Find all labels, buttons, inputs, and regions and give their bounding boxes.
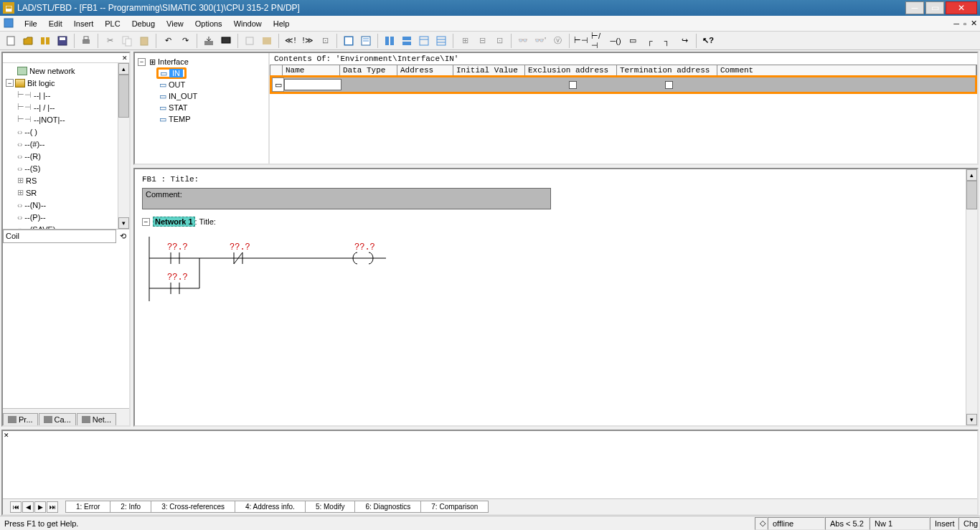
glasses2-icon[interactable]: 👓'	[532, 33, 548, 49]
tab-next-icon[interactable]: ▶	[34, 501, 46, 513]
table-row[interactable]: ▭	[272, 77, 975, 92]
t1-icon[interactable]: ⊞	[457, 33, 473, 49]
save-icon[interactable]	[55, 33, 70, 49]
help-context-icon[interactable]: ↖?	[700, 33, 716, 49]
tab-info[interactable]: 2: Info	[110, 501, 151, 513]
network-header[interactable]: − Network 1 : Title:	[142, 217, 970, 227]
editor-scrollbar-y[interactable]: ▴ ▾	[966, 169, 977, 425]
tree-item[interactable]: ⊢⊣--| / |--	[4, 101, 116, 113]
print-icon[interactable]	[78, 33, 94, 49]
cell-name-input[interactable]	[284, 79, 341, 90]
minimize-button[interactable]: ─	[905, 1, 924, 14]
tab-error[interactable]: 1: Error	[65, 501, 110, 513]
tab-program[interactable]: Pr...	[3, 413, 38, 425]
tree-scrollbar[interactable]: ▴ ▾	[118, 63, 129, 229]
tree-item[interactable]: ‹›--(P)--	[4, 211, 116, 223]
menu-view[interactable]: View	[161, 18, 189, 29]
view2-icon[interactable]	[399, 33, 415, 49]
network-label[interactable]: Network 1	[153, 217, 195, 227]
ladder-diagram[interactable]: ??.? ??.? ??.? ??.?	[142, 237, 429, 308]
filter-reset-icon[interactable]: ⟲	[116, 229, 129, 243]
tree-item[interactable]: ⊢⊣--|NOT|--	[4, 113, 116, 126]
tab-modify[interactable]: 5: Modify	[305, 501, 356, 513]
reference-icon[interactable]	[242, 33, 258, 49]
menu-edit[interactable]: Edit	[43, 18, 68, 29]
tree-item[interactable]: ‹›--( )	[4, 126, 116, 138]
tab-comp[interactable]: 7: Comparison	[420, 501, 489, 513]
paste-icon[interactable]	[136, 33, 152, 49]
branch-open-icon[interactable]: ┌	[642, 33, 658, 49]
tree-item[interactable]: ‹›--(N)--	[4, 199, 116, 211]
scroll-up-icon[interactable]: ▴	[118, 63, 129, 75]
scroll-down-icon[interactable]: ▾	[966, 414, 977, 425]
block-icon[interactable]	[259, 33, 275, 49]
if-in[interactable]: ▭IN	[156, 67, 187, 79]
interface-tree[interactable]: −⊞ Interface ▭IN ▭OUT ▭IN_OUT ▭STAT ▭TEM…	[135, 53, 270, 164]
t2-icon[interactable]: ⊟	[474, 33, 490, 49]
tree-item[interactable]: ‹›--(S)	[4, 162, 116, 174]
filter-input[interactable]	[3, 229, 116, 243]
tree-item[interactable]: ⊞SR	[4, 186, 116, 199]
menu-window[interactable]: Window	[228, 18, 268, 29]
mdi-minimize-icon[interactable]: ─	[953, 19, 959, 28]
exclusion-checkbox[interactable]	[569, 81, 577, 89]
overview-icon[interactable]	[341, 33, 357, 49]
scroll-up-icon[interactable]: ▴	[966, 169, 977, 181]
redo-icon[interactable]: ↷	[177, 33, 193, 49]
if-stat[interactable]: ▭STAT	[159, 102, 265, 113]
mdi-close-icon[interactable]: ✕	[971, 19, 977, 28]
goto-prev-icon[interactable]: ≪!	[283, 33, 298, 49]
tab-prev-icon[interactable]: ◀	[22, 501, 34, 513]
tab-addr[interactable]: 4: Address info.	[235, 501, 306, 513]
conn-icon[interactable]: ↪	[677, 33, 692, 49]
mdi-restore-icon[interactable]: ▫	[963, 19, 966, 28]
copy-icon[interactable]	[119, 33, 135, 49]
maximize-button[interactable]: ▭	[925, 1, 944, 14]
if-temp[interactable]: ▭TEMP	[159, 113, 265, 125]
menu-file[interactable]: File	[19, 18, 43, 29]
tab-last-icon[interactable]: ⏭	[47, 501, 58, 513]
detail-icon[interactable]	[358, 33, 374, 49]
templates-icon[interactable]	[37, 33, 53, 49]
open-icon[interactable]	[20, 33, 36, 49]
var-icon[interactable]: ⓥ	[550, 33, 565, 49]
menu-help[interactable]: Help	[268, 18, 296, 29]
goto-next-icon[interactable]: !≫	[300, 33, 316, 49]
instruction-tree[interactable]: New network − Bit logic ⊢⊣--| |-- ⊢⊣--| …	[3, 63, 118, 229]
tab-diag[interactable]: 6: Diagnostics	[354, 501, 421, 513]
view3-icon[interactable]	[416, 33, 432, 49]
contact-nc-icon[interactable]: ⊢/⊣	[590, 33, 606, 49]
network-collapse-icon[interactable]: −	[142, 218, 150, 226]
contact-no-icon[interactable]: ⊢⊣	[573, 33, 589, 49]
close-button[interactable]: ✕	[946, 1, 977, 14]
menu-debug[interactable]: Debug	[126, 18, 161, 29]
if-root[interactable]: −⊞ Interface	[138, 56, 265, 67]
cut-icon[interactable]: ✂	[102, 33, 118, 49]
undo-icon[interactable]: ↶	[160, 33, 176, 49]
editor-pane[interactable]: FB1 : Title: Comment: − Network 1 : Titl…	[133, 168, 979, 427]
scroll-down-icon[interactable]: ▾	[118, 217, 129, 229]
tree-new-network[interactable]: New network	[4, 65, 116, 77]
output-close-icon[interactable]: ✕	[4, 432, 11, 439]
tree-item[interactable]: ‹›--(R)	[4, 150, 116, 162]
left-close-icon[interactable]: ✕	[122, 55, 128, 62]
branch-close-icon[interactable]: ┐	[659, 33, 675, 49]
coil-icon[interactable]: ─()	[608, 33, 623, 49]
menu-options[interactable]: Options	[189, 18, 228, 29]
termination-checkbox[interactable]	[665, 81, 673, 89]
find-icon[interactable]: ⊡	[317, 33, 333, 49]
menu-insert[interactable]: Insert	[68, 18, 100, 29]
tree-item[interactable]: ‹›--(#)--	[4, 138, 116, 150]
download-icon[interactable]	[201, 33, 217, 49]
glasses-icon[interactable]: 👓	[515, 33, 531, 49]
tab-first-icon[interactable]: ⏮	[10, 501, 22, 513]
t3-icon[interactable]: ⊡	[491, 33, 507, 49]
tree-item[interactable]: ‹›--(SAVE)	[4, 223, 116, 229]
tab-network[interactable]: Net...	[77, 413, 116, 425]
menu-plc[interactable]: PLC	[99, 18, 126, 29]
comment-box[interactable]: Comment:	[142, 188, 551, 209]
tab-call[interactable]: Ca...	[39, 413, 76, 425]
monitor-icon[interactable]	[218, 33, 234, 49]
box-icon[interactable]: ▭	[625, 33, 641, 49]
if-out[interactable]: ▭OUT	[159, 79, 265, 90]
